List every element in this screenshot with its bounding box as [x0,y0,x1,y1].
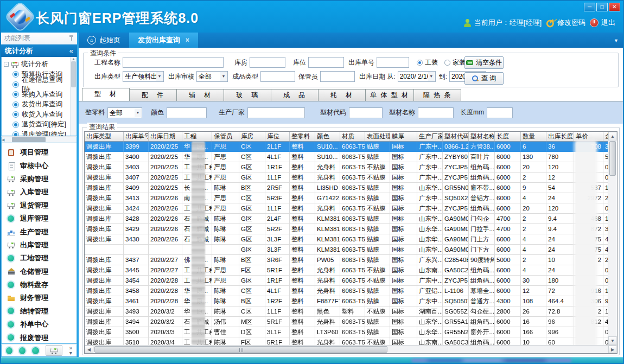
sidebar-item-生产管理[interactable]: 生产管理 [2,225,77,238]
sidebar-item-仓储管理[interactable]: 仓储管理 [2,265,77,278]
column-header[interactable]: 颜色 [315,132,340,141]
logout-button[interactable]: 退出 [590,18,615,28]
project-name-input[interactable] [123,57,224,68]
sidebar-item-出库管理[interactable]: 出库管理 [2,239,77,252]
close-button[interactable]: ✕ [609,3,620,11]
table-row[interactable]: 调拨出库34132020/2/26南 ...严思C区5R3F整料G7142260… [85,193,608,203]
column-header[interactable]: 型材代码 [443,132,469,141]
material-tab-1[interactable]: 型 材 [82,88,130,101]
column-header[interactable]: 数量 [521,132,546,141]
sidebar-item-物料盘存[interactable]: 物料盘存 [2,278,77,291]
table-row[interactable]: 调拨出库34242020/2/26工 共工程严思G区1L1F整料光身料6063-… [85,203,608,214]
tree-item[interactable]: 发货出库查询 [4,100,69,110]
table-row[interactable]: 调拨出库34302020/2/26石 辉城陈琳G区3L3F整料KLM381760… [85,234,608,245]
material-tab-6[interactable]: 耗 材 [318,89,366,101]
sidebar-item-退货管理[interactable]: 退货管理 [2,199,77,212]
material-tab-3[interactable]: 辅 材 [176,89,224,101]
tab-close-icon[interactable]: × [186,36,189,44]
column-header[interactable]: 型材名称 [469,132,495,141]
column-header[interactable]: 长度 [495,132,521,141]
table-row[interactable]: G区3L3F整料KLM38176063-T5贴膜国标山东华...GA90M09.… [85,245,608,255]
sidebar-item-入库管理[interactable]: 入库管理 [2,186,77,199]
table-row[interactable]: 调拨出库34372020/2/27佛 ...陈琳B区3R6F整料PW056063… [85,255,608,265]
pin-icon[interactable] [69,35,74,41]
radio-gongzhuang[interactable] [417,60,423,66]
warehouse-input[interactable] [250,57,285,68]
tree-item[interactable]: 采购入库查询 [4,90,69,100]
date-from-select[interactable]: 2020/ 2/16▼ [398,71,436,82]
tree-expander-icon[interactable]: - [4,62,9,67]
table-row[interactable]: 调拨出库35102020/3/4工 共工程陈琳F区5R1F整料光身料6063-T… [85,337,608,345]
sidebar-item-财务管理[interactable]: 财务管理 [2,291,77,304]
search-button[interactable]: 查 询 [464,72,504,85]
location-input[interactable] [308,57,344,68]
table-row[interactable]: 调拨出库34942020/3/2石 辉城汤伟M区5R1F整料光身料6063-T5… [85,317,608,327]
column-header[interactable]: 工程 [182,132,212,141]
clear-conditions-button[interactable]: 清空条件 [464,56,504,69]
tree-item[interactable]: 在途信息查询[待 [4,80,69,90]
table-row[interactable]: 调拨出库34032020/2/25工 共工程严思G区1R1F整料光身料6063-… [85,162,608,173]
footer-cart-button[interactable] [46,345,63,356]
column-header[interactable]: 出库单号 [124,132,149,141]
material-tab-8[interactable]: 隔 热 条 [413,89,461,101]
product-type-input[interactable] [260,71,295,82]
grid-vertical-scrollbar[interactable]: ▲ ▼ [608,132,617,345]
table-row[interactable]: 调拨出库34582020/2/28华 原...陈琳C区4L1F整料光身料6063… [85,286,608,296]
keeper-input[interactable] [320,71,355,82]
footer-expand-button[interactable]: »▾ [69,346,72,355]
material-tab-4[interactable]: 玻 璃 [224,89,271,101]
maximize-button[interactable]: □ [596,3,608,11]
table-row[interactable]: 调拨出库34282020/2/26石 辉城陈琳G区2L4F整料KLM381760… [85,214,608,224]
tree-item[interactable]: 退库管理[待定] [4,130,69,136]
order-no-input[interactable] [377,57,409,68]
tab-list-dropdown-icon[interactable]: ▼ [614,38,619,43]
out-type-select[interactable]: 生产领料出库▼ [123,71,164,82]
code-input[interactable] [349,107,383,118]
grid-horizontal-scrollbar[interactable]: ◀ ▶ [85,345,617,353]
table-row[interactable]: 调拨出库34002020/2/25华 原...严思C区4L1F整料SU10...… [85,152,608,162]
tree-horizontal-scrollbar[interactable]: ◀ [1,136,77,143]
table-row[interactable]: 调拨出库34932020/3/2华 原...陈琳C区1L1F整料黑色塑料不贴膜国… [85,306,608,317]
table-row[interactable]: 调拨出库34542020/2/28工 共工程严思G区1R1F整料光身料6063-… [85,276,608,286]
column-header[interactable]: 出库日期 [149,132,182,141]
column-header[interactable]: 出库类型 [85,132,124,141]
table-row[interactable]: 调拨出库35002020/3/3工 共工程曹佳D区3L1F整料LT3P60606… [85,327,608,337]
sidebar-item-采购管理[interactable]: 采购管理 [2,173,77,186]
sidebar-section-header[interactable]: 统计分析 « [1,44,77,57]
tab-home[interactable]: ⌂ 起始页 [79,33,129,48]
material-tab-5[interactable]: 成 品 [271,89,319,101]
minimize-button[interactable]: ─ [584,3,595,11]
column-header[interactable]: 表面处理 [365,132,390,141]
column-header[interactable]: 膜厚 [390,132,417,141]
color-input[interactable] [167,107,207,118]
table-row[interactable]: 调拨出库34452020/2/27工 共工程严思F区5R1F整料光身料6063-… [85,265,608,276]
column-header[interactable]: 生产厂家 [417,132,443,141]
material-tab-2[interactable]: 配 件 [129,89,177,101]
name-input[interactable] [418,107,454,118]
column-header[interactable]: 单价 [574,132,603,141]
sidebar-item-结转管理[interactable]: 结转管理 [2,305,77,318]
change-password-button[interactable]: 修改密码 [546,18,585,28]
table-row[interactable]: 调拨出库34612020/2/28华 原...陈琳B区1R2F整料F8877FT… [85,296,608,306]
table-row[interactable]: 调拨出库34072020/2/25工 共工程严思G区1L1F整料光身料6063-… [85,173,608,183]
tree-item[interactable]: 收货入库查询 [4,110,69,120]
sidebar-item-退库管理[interactable]: 退库管理 [2,212,77,225]
collapse-icon[interactable]: « [69,47,73,55]
sidebar-item-工地管理[interactable]: 工地管理 [2,252,77,265]
length-input[interactable] [487,107,513,118]
tree-item[interactable]: 退货查询[待定] [4,120,69,130]
column-header[interactable]: 出库长度 [546,132,574,141]
table-row[interactable]: 调拨出库34292020/2/26石 辉城陈琳G区5R2F整料KLM381760… [85,224,608,234]
column-header[interactable]: 整零料 [290,132,315,141]
footer-dot-button-3[interactable] [32,347,39,354]
audit-select[interactable]: 全部▼ [196,71,228,82]
footer-dot-button-2[interactable] [19,347,26,354]
material-tab-7[interactable]: 单 体 型 材 [365,89,414,101]
table-row[interactable]: 调拨出库33992020/2/25华 原...严思C区2L1F整料SU10...… [85,142,608,152]
column-header[interactable]: 库房 [239,132,265,141]
column-header[interactable]: 保管员 [212,132,239,141]
sidebar-item-报废管理[interactable]: 报废管理 [2,331,77,344]
sidebar-item-补单中心[interactable]: 补单中心 [2,318,77,331]
tab-shipment-outbound-query[interactable]: 发货出库查询 × [129,33,198,48]
radio-jiazhuang[interactable] [444,60,450,66]
